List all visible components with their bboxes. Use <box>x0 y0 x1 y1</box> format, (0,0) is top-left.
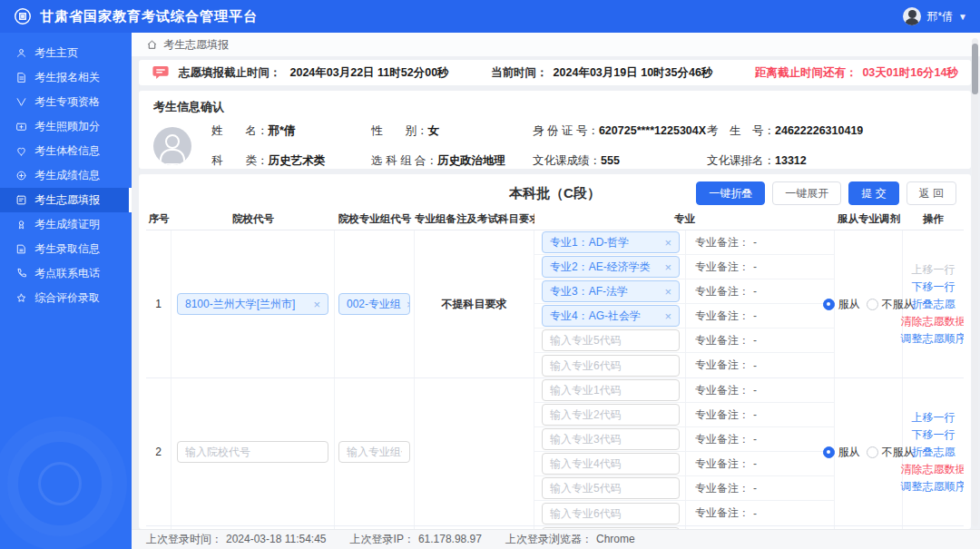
user-menu[interactable]: 邢*倩 ▼ <box>903 7 967 25</box>
majors-cell: 专业1：AD-哲学×专业备注：-专业2：AE-经济学类×专业备注：-专业3：AF… <box>534 230 835 377</box>
major-note-value: - <box>753 359 757 372</box>
notice-icon <box>152 64 170 82</box>
sidebar-item[interactable]: 考生成绩证明 <box>0 212 132 237</box>
field-value: 历史艺术类 <box>269 154 326 167</box>
sidebar-item[interactable]: 考生专项资格 <box>0 90 132 114</box>
major-slot: 专业4：AG-社会学×专业备注：- <box>534 304 834 328</box>
major-note-value: - <box>753 384 757 397</box>
major-note-value: - <box>753 260 757 273</box>
major-code-input[interactable] <box>542 503 680 524</box>
major-code-input[interactable] <box>542 477 680 499</box>
sidebar-item[interactable]: 考生录取信息 <box>0 237 132 261</box>
sidebar-item[interactable]: 考生照顾加分 <box>0 114 132 139</box>
major-code-input[interactable] <box>542 404 680 426</box>
clear-volunteer-data-link[interactable]: 清除志愿数据 <box>901 313 965 330</box>
sidebar-item[interactable]: 考生成绩信息 <box>0 163 132 188</box>
sidebar-item[interactable]: 综合评价录取 <box>0 286 132 310</box>
candidate-field: 文化课成绩：555 <box>533 153 707 169</box>
candidate-field: 姓 名：邢*倩 <box>211 123 371 139</box>
major-code-tag[interactable]: 专业4：AG-社会学× <box>542 305 680 327</box>
major-note: 专业备注：- <box>685 378 834 402</box>
scrollbar-thumb[interactable] <box>972 44 978 94</box>
sidebar-item[interactable]: 考生体检信息 <box>0 139 132 163</box>
adjust-volunteer-order-link[interactable]: 调整志愿顺序 <box>901 330 965 348</box>
expand-all-button[interactable]: 一键展开 <box>772 181 841 205</box>
remove-icon[interactable]: × <box>664 260 671 274</box>
major-code-input[interactable] <box>542 428 680 450</box>
major-code-tag[interactable]: 专业3：AF-法学× <box>542 280 680 302</box>
move-down-link[interactable]: 下移一行 <box>912 279 956 296</box>
major-code-input[interactable] <box>542 379 680 401</box>
obey-radio[interactable]: 服从 <box>823 297 860 312</box>
major-note-label: 专业备注： <box>695 235 750 250</box>
app-logo-icon <box>13 6 33 26</box>
major-code-tag[interactable]: 专业2：AE-经济学类× <box>542 256 680 278</box>
column-header: 专业组备注及考试科目要求 <box>415 212 534 226</box>
field-value: 女 <box>428 124 440 137</box>
major-note-label: 专业备注： <box>695 284 750 299</box>
user-name: 邢*倩 <box>926 9 953 25</box>
obey-radio[interactable]: 服从 <box>823 445 860 460</box>
candidate-field: 科 类：历史艺术类 <box>211 153 371 169</box>
sidebar-item-label: 考点联系电话 <box>34 266 100 281</box>
sidebar-item[interactable]: 考生主页 <box>0 41 132 65</box>
footer-item: 上次登录浏览器：Chrome <box>505 532 635 547</box>
college-code-tag-text: 8100-兰州大学[兰州市] <box>185 297 295 312</box>
college-code-input[interactable] <box>177 441 328 463</box>
remove-icon[interactable]: × <box>664 285 671 299</box>
college-code-tag[interactable]: 8100-兰州大学[兰州市]× <box>177 293 328 315</box>
major-code-tag[interactable]: 专业1：AD-哲学× <box>542 231 680 253</box>
major-code-tag-text: 专业2：AE-经济学类 <box>550 260 651 275</box>
collapse-all-button[interactable]: 一键折叠 <box>696 181 765 205</box>
remove-icon[interactable]: × <box>664 236 671 250</box>
move-up-link[interactable]: 上移一行 <box>912 409 956 426</box>
deadline-group: 志愿填报截止时间： 2024年03月22日 11时52分00秒 <box>152 64 449 82</box>
major-slot: 专业备注：- <box>534 427 834 452</box>
field-label: 文化课成绩： <box>533 154 601 167</box>
major-note: 专业备注：- <box>685 427 834 451</box>
cert-icon <box>15 219 27 230</box>
major-code-input[interactable] <box>542 355 680 377</box>
move-down-link[interactable]: 下移一行 <box>912 426 956 444</box>
adjust-volunteer-order-link[interactable]: 调整志愿顺序 <box>901 478 965 495</box>
remaining-time-value: 03天01时16分14秒 <box>862 65 958 81</box>
collapse-volunteer-link[interactable]: 折叠志愿 <box>912 444 956 461</box>
sidebar-item[interactable]: 考点联系电话 <box>0 261 132 286</box>
scrollbar[interactable] <box>972 38 978 526</box>
major-note-label: 专业备注： <box>695 358 750 373</box>
deadline-bar: 志愿填报截止时间： 2024年03月22日 11时52分00秒 当前时间： 20… <box>139 60 971 85</box>
major-note: 专业备注：- <box>685 328 834 352</box>
major-code-input[interactable] <box>542 329 680 351</box>
sidebar-item-label: 考生照顾加分 <box>34 119 100 134</box>
major-slot: 专业2：AE-经济学类×专业备注：- <box>534 255 834 279</box>
remove-icon[interactable]: × <box>407 298 410 311</box>
current-time-group: 当前时间： 2024年03月19日 10时35分46秒 <box>491 65 712 81</box>
major-slot: 专业备注：- <box>534 476 834 501</box>
major-note: 专业备注：- <box>685 501 834 525</box>
app-header: 甘肃省国家教育考试综合管理平台 邢*倩 ▼ <box>0 0 980 33</box>
back-button[interactable]: 返 回 <box>906 181 956 205</box>
move-up-link[interactable]: 上移一行 <box>912 261 956 279</box>
field-label: 科 类： <box>211 154 269 167</box>
collapse-volunteer-link[interactable]: 折叠志愿 <box>912 296 956 313</box>
radio-dot-icon <box>823 446 835 458</box>
submit-button[interactable]: 提 交 <box>848 181 898 205</box>
sidebar-watermark-logo <box>7 431 113 536</box>
score-icon <box>15 170 27 181</box>
major-group-code-input[interactable] <box>338 441 410 463</box>
sidebar-item-label: 考生成绩信息 <box>34 168 100 183</box>
major-group-code-tag[interactable]: 002-专业组× <box>338 293 410 315</box>
doc-icon <box>15 243 27 255</box>
user-avatar <box>903 7 921 25</box>
brand: 甘肃省国家教育考试综合管理平台 <box>13 6 258 26</box>
major-code-input[interactable] <box>542 453 680 475</box>
deadline-label: 志愿填报截止时间： <box>179 65 281 81</box>
major-slot: 专业备注：- <box>534 501 834 525</box>
remove-icon[interactable]: × <box>664 309 671 323</box>
breadcrumb: 考生志愿填报 <box>132 33 980 56</box>
sidebar-item-label: 考生体检信息 <box>34 143 100 159</box>
remove-icon[interactable]: × <box>313 298 320 311</box>
sidebar-item[interactable]: 考生志愿填报 <box>0 188 132 212</box>
clear-volunteer-data-link[interactable]: 清除志愿数据 <box>901 461 965 478</box>
sidebar-item[interactable]: 考生报名相关 <box>0 65 132 90</box>
